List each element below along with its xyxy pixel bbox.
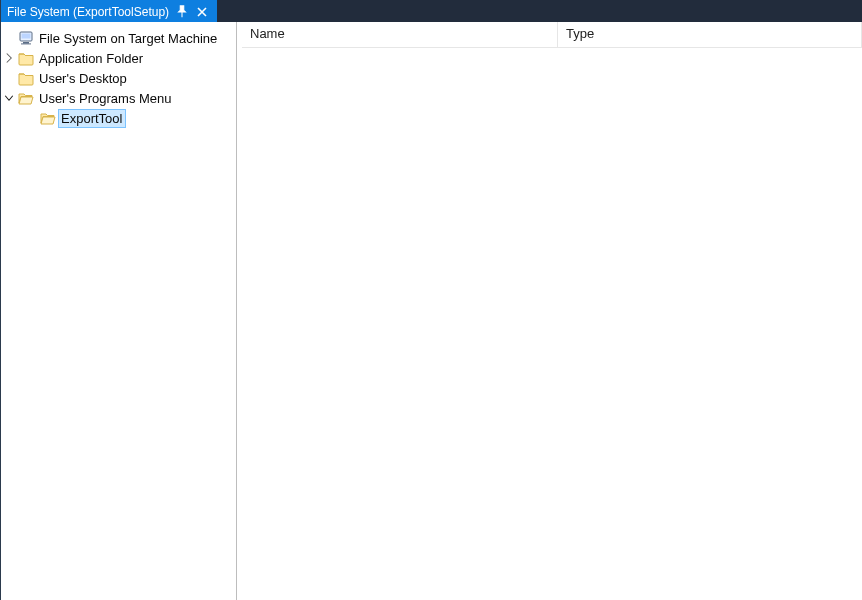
tree-pane: File System on Target Machine Applicatio…	[1, 22, 237, 600]
tree-item-users-desktop[interactable]: User's Desktop	[1, 68, 236, 88]
window: File System (ExportToolSetup) File Syste…	[0, 0, 862, 600]
close-icon[interactable]	[195, 5, 209, 19]
list-header: Name Type	[242, 22, 862, 48]
folder-icon	[17, 70, 35, 86]
tree-item-label: Application Folder	[37, 50, 146, 67]
column-header-type[interactable]: Type	[558, 22, 862, 47]
list-body[interactable]	[242, 48, 862, 600]
tree-item-label: ExportTool	[59, 110, 125, 127]
folder-tree[interactable]: File System on Target Machine Applicatio…	[1, 28, 236, 128]
document-tab-label: File System (ExportToolSetup)	[7, 5, 169, 19]
list-pane: Name Type	[242, 22, 862, 600]
column-header-label: Type	[566, 26, 594, 41]
column-header-name[interactable]: Name	[242, 22, 558, 47]
pin-icon[interactable]	[175, 5, 189, 19]
expander-spacer	[1, 70, 17, 86]
folder-open-icon	[39, 110, 57, 126]
expander-spacer	[1, 30, 17, 46]
column-header-label: Name	[250, 26, 285, 41]
chevron-down-icon[interactable]	[1, 90, 17, 106]
document-tab[interactable]: File System (ExportToolSetup)	[1, 0, 217, 22]
tree-item-label: User's Programs Menu	[37, 90, 175, 107]
expander-spacer	[23, 110, 39, 126]
tree-item-application-folder[interactable]: Application Folder	[1, 48, 236, 68]
folder-icon	[17, 50, 35, 66]
titlebar: File System (ExportToolSetup)	[1, 0, 862, 22]
body: File System on Target Machine Applicatio…	[1, 22, 862, 600]
computer-icon	[17, 30, 35, 46]
tree-item-label: User's Desktop	[37, 70, 130, 87]
tree-item-exporttool[interactable]: ExportTool	[1, 108, 236, 128]
tree-item-users-programs-menu[interactable]: User's Programs Menu	[1, 88, 236, 108]
tree-root[interactable]: File System on Target Machine	[1, 28, 236, 48]
chevron-right-icon[interactable]	[1, 50, 17, 66]
folder-open-icon	[17, 90, 35, 106]
tree-root-label: File System on Target Machine	[37, 30, 220, 47]
